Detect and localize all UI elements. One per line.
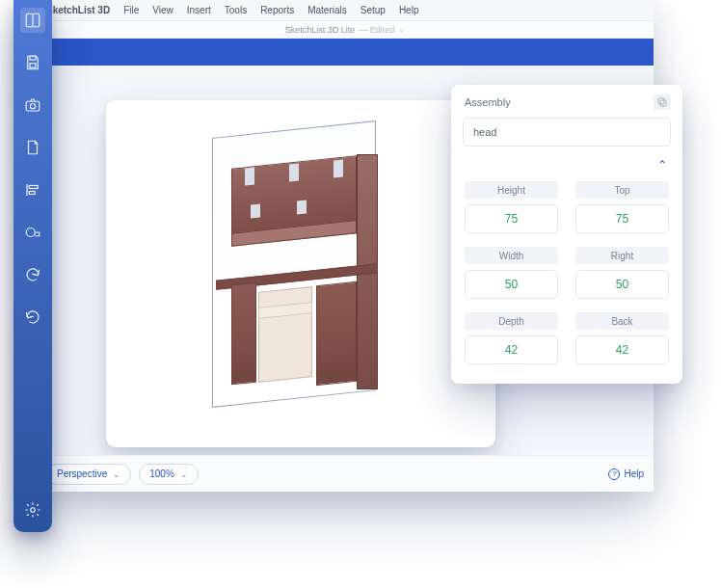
svg-point-12 — [31, 508, 36, 513]
menu-item-reports[interactable]: Reports — [260, 5, 294, 15]
dim-height-input[interactable]: 75 — [465, 204, 558, 233]
dim-depth: Depth 42 — [465, 312, 558, 364]
menu-item-setup[interactable]: Setup — [360, 5, 386, 15]
undo-icon — [24, 266, 41, 283]
svg-rect-4 — [30, 56, 36, 60]
panel-title: Assembly — [465, 96, 511, 108]
dim-label: Right — [575, 247, 669, 264]
tool-page-button[interactable] — [20, 135, 45, 160]
svg-rect-9 — [29, 186, 38, 189]
assembly-panel: Assembly ⌃ Height 75 Top 75 Width 50 Rig… — [451, 85, 682, 384]
save-icon — [24, 54, 41, 71]
chevron-down-icon: ⌄ — [113, 469, 120, 479]
titlebar: SketchList 3D Lite — Edited ⌄ — [37, 21, 654, 39]
dim-top: Top 75 — [575, 181, 669, 233]
dim-label: Height — [465, 181, 558, 199]
zoom-label: 100% — [149, 468, 174, 479]
dim-label: Depth — [465, 312, 558, 330]
page-icon — [24, 139, 41, 156]
duplicate-button[interactable] — [654, 94, 671, 110]
cabinet-model — [193, 129, 395, 409]
tool-measure-button[interactable] — [20, 220, 45, 245]
tool-settings-button[interactable] — [20, 497, 45, 522]
tape-icon — [24, 224, 41, 241]
status-bar: Perspective ⌄ 100% ⌄ ? Help — [37, 455, 654, 492]
menu-item-insert[interactable]: Insert — [187, 5, 211, 15]
tool-layout-button[interactable] — [20, 8, 45, 33]
tool-redo-button[interactable] — [20, 305, 45, 330]
dim-label: Width — [465, 247, 558, 264]
document-title: SketchList 3D Lite — [285, 25, 356, 35]
dim-label: Back — [575, 312, 669, 330]
redo-icon — [24, 308, 41, 326]
dimensions-grid: Height 75 Top 75 Width 50 Right 50 Depth… — [451, 181, 682, 366]
menu-item-view[interactable]: View — [152, 5, 174, 15]
top-toolbar — [37, 39, 654, 66]
dim-top-input[interactable]: 75 — [575, 204, 669, 233]
menu-item-file[interactable]: File — [123, 5, 139, 15]
svg-rect-10 — [29, 192, 35, 195]
dim-depth-input[interactable]: 42 — [465, 335, 558, 364]
dim-right-input[interactable]: 50 — [575, 270, 669, 299]
dim-width-input[interactable]: 50 — [465, 270, 558, 299]
tool-undo-button[interactable] — [20, 262, 45, 287]
view-mode-label: Perspective — [57, 468, 107, 479]
menu-item-materials[interactable]: Materials — [307, 5, 347, 15]
help-icon: ? — [608, 468, 620, 480]
assembly-name-input[interactable] — [463, 118, 671, 147]
document-status: — Edited — [359, 25, 394, 35]
menubar: SketchList 3D File View Insert Tools Rep… — [37, 0, 654, 21]
svg-rect-14 — [658, 98, 664, 104]
help-label: Help — [624, 468, 644, 479]
zoom-dropdown[interactable]: 100% ⌄ — [139, 464, 199, 485]
tool-camera-button[interactable] — [20, 93, 45, 118]
menu-item-tools[interactable]: Tools — [225, 5, 247, 15]
tool-align-button[interactable] — [20, 177, 45, 202]
layout-icon — [24, 12, 41, 29]
svg-point-7 — [30, 104, 35, 109]
help-button[interactable]: ? Help — [608, 468, 644, 480]
svg-point-11 — [26, 228, 35, 237]
view-mode-dropdown[interactable]: Perspective ⌄ — [46, 464, 131, 485]
menu-item-help[interactable]: Help — [399, 5, 419, 15]
svg-rect-13 — [660, 100, 666, 106]
dim-width: Width 50 — [465, 247, 558, 299]
dim-right: Right 50 — [575, 247, 669, 299]
dim-back-input[interactable]: 42 — [575, 335, 669, 364]
menubar-app-name: SketchList 3D — [46, 5, 110, 15]
svg-rect-6 — [26, 101, 40, 111]
title-chevron-icon[interactable]: ⌄ — [398, 25, 405, 34]
collapse-caret-icon[interactable]: ⌃ — [657, 158, 667, 172]
viewport-3d[interactable] — [106, 100, 495, 447]
dim-back: Back 42 — [575, 312, 669, 364]
tool-sidebar — [13, 0, 52, 532]
tool-save-button[interactable] — [20, 50, 45, 75]
chevron-down-icon: ⌄ — [180, 469, 188, 479]
camera-icon — [24, 96, 41, 114]
dim-label: Top — [575, 181, 669, 199]
dim-height: Height 75 — [465, 181, 558, 233]
align-icon — [24, 181, 41, 199]
duplicate-icon — [656, 96, 668, 108]
gear-icon — [24, 501, 41, 519]
svg-rect-5 — [30, 64, 36, 68]
